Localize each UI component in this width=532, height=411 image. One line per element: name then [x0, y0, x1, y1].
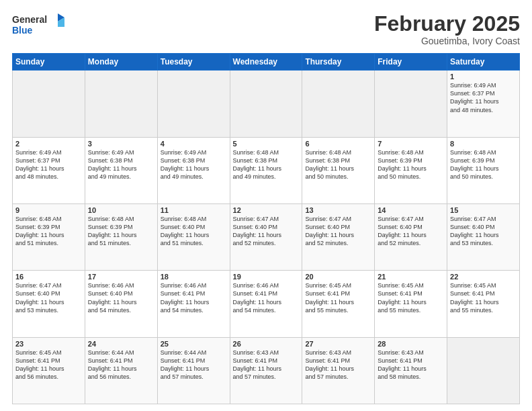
day-number: 17: [88, 273, 154, 281]
header-sunday: Sunday: [13, 54, 85, 71]
header-monday: Monday: [85, 54, 157, 71]
table-cell: 22Sunrise: 6:45 AM Sunset: 6:41 PM Dayli…: [447, 271, 520, 337]
day-info: Sunrise: 6:47 AM Sunset: 6:40 PM Dayligh…: [305, 215, 371, 248]
table-cell: 14Sunrise: 6:47 AM Sunset: 6:40 PM Dayli…: [375, 203, 447, 270]
day-number: 15: [450, 206, 517, 214]
day-number: 28: [378, 340, 444, 348]
day-number: 13: [305, 206, 371, 214]
day-number: 20: [305, 273, 371, 281]
table-cell: 23Sunrise: 6:45 AM Sunset: 6:41 PM Dayli…: [13, 337, 85, 404]
table-cell: [230, 71, 302, 137]
logo: General Blue: [12, 12, 79, 39]
header-friday: Friday: [375, 54, 447, 71]
day-info: Sunrise: 6:47 AM Sunset: 6:40 PM Dayligh…: [450, 215, 517, 248]
day-info: Sunrise: 6:48 AM Sunset: 6:39 PM Dayligh…: [15, 215, 82, 248]
day-info: Sunrise: 6:45 AM Sunset: 6:41 PM Dayligh…: [305, 281, 371, 314]
table-cell: [13, 71, 85, 137]
day-info: Sunrise: 6:47 AM Sunset: 6:40 PM Dayligh…: [378, 215, 444, 248]
day-number: 11: [161, 206, 227, 214]
day-number: 25: [161, 340, 227, 348]
day-number: 5: [233, 140, 300, 148]
calendar-table: Sunday Monday Tuesday Wednesday Thursday…: [12, 53, 520, 404]
week-row-0: 1Sunrise: 6:49 AM Sunset: 6:37 PM Daylig…: [13, 71, 520, 137]
table-cell: 25Sunrise: 6:44 AM Sunset: 6:41 PM Dayli…: [157, 337, 230, 404]
table-cell: [302, 71, 375, 137]
table-cell: 24Sunrise: 6:44 AM Sunset: 6:41 PM Dayli…: [85, 337, 157, 404]
day-number: 22: [450, 273, 517, 281]
table-cell: 1Sunrise: 6:49 AM Sunset: 6:37 PM Daylig…: [447, 71, 520, 137]
day-info: Sunrise: 6:48 AM Sunset: 6:39 PM Dayligh…: [88, 215, 154, 248]
table-cell: 8Sunrise: 6:48 AM Sunset: 6:39 PM Daylig…: [447, 137, 520, 203]
table-cell: 17Sunrise: 6:46 AM Sunset: 6:40 PM Dayli…: [85, 271, 157, 337]
day-number: 26: [233, 340, 300, 348]
day-info: Sunrise: 6:43 AM Sunset: 6:41 PM Dayligh…: [305, 349, 371, 381]
day-info: Sunrise: 6:46 AM Sunset: 6:41 PM Dayligh…: [233, 281, 300, 314]
table-cell: [375, 71, 447, 137]
header-wednesday: Wednesday: [230, 54, 302, 71]
svg-text:General: General: [12, 14, 47, 25]
table-cell: 4Sunrise: 6:49 AM Sunset: 6:38 PM Daylig…: [157, 137, 230, 203]
table-cell: 21Sunrise: 6:45 AM Sunset: 6:41 PM Dayli…: [375, 271, 447, 337]
table-cell: 15Sunrise: 6:47 AM Sunset: 6:40 PM Dayli…: [447, 203, 520, 270]
table-cell: 13Sunrise: 6:47 AM Sunset: 6:40 PM Dayli…: [302, 203, 375, 270]
day-info: Sunrise: 6:49 AM Sunset: 6:37 PM Dayligh…: [450, 81, 517, 114]
header-tuesday: Tuesday: [157, 54, 230, 71]
day-info: Sunrise: 6:43 AM Sunset: 6:41 PM Dayligh…: [233, 349, 300, 381]
table-cell: 6Sunrise: 6:48 AM Sunset: 6:38 PM Daylig…: [302, 137, 375, 203]
day-number: 16: [15, 273, 82, 281]
day-number: 19: [233, 273, 300, 281]
table-cell: [85, 71, 157, 137]
header: General Blue February 2025 Gouetimba, Iv…: [12, 12, 520, 46]
week-row-1: 2Sunrise: 6:49 AM Sunset: 6:37 PM Daylig…: [13, 137, 520, 203]
table-cell: 19Sunrise: 6:46 AM Sunset: 6:41 PM Dayli…: [230, 271, 302, 337]
day-info: Sunrise: 6:48 AM Sunset: 6:40 PM Dayligh…: [161, 215, 227, 248]
day-number: 7: [378, 140, 444, 148]
table-cell: 16Sunrise: 6:47 AM Sunset: 6:40 PM Dayli…: [13, 271, 85, 337]
day-info: Sunrise: 6:43 AM Sunset: 6:41 PM Dayligh…: [378, 349, 444, 381]
table-cell: 3Sunrise: 6:49 AM Sunset: 6:38 PM Daylig…: [85, 137, 157, 203]
day-number: 1: [450, 73, 517, 81]
subtitle: Gouetimba, Ivory Coast: [374, 36, 520, 46]
day-info: Sunrise: 6:49 AM Sunset: 6:38 PM Dayligh…: [88, 148, 154, 181]
day-info: Sunrise: 6:44 AM Sunset: 6:41 PM Dayligh…: [88, 349, 154, 381]
calendar-header-row: Sunday Monday Tuesday Wednesday Thursday…: [13, 54, 520, 71]
main-title: February 2025: [374, 12, 520, 36]
day-info: Sunrise: 6:48 AM Sunset: 6:38 PM Dayligh…: [233, 148, 300, 181]
day-number: 3: [88, 140, 154, 148]
day-info: Sunrise: 6:47 AM Sunset: 6:40 PM Dayligh…: [233, 215, 300, 248]
day-info: Sunrise: 6:45 AM Sunset: 6:41 PM Dayligh…: [15, 349, 82, 381]
table-cell: 10Sunrise: 6:48 AM Sunset: 6:39 PM Dayli…: [85, 203, 157, 270]
day-number: 4: [161, 140, 227, 148]
day-info: Sunrise: 6:49 AM Sunset: 6:38 PM Dayligh…: [161, 148, 227, 181]
day-info: Sunrise: 6:48 AM Sunset: 6:39 PM Dayligh…: [450, 148, 517, 181]
day-number: 8: [450, 140, 517, 148]
day-info: Sunrise: 6:47 AM Sunset: 6:40 PM Dayligh…: [15, 281, 82, 314]
day-number: 9: [15, 206, 82, 214]
table-cell: 9Sunrise: 6:48 AM Sunset: 6:39 PM Daylig…: [13, 203, 85, 270]
table-cell: 12Sunrise: 6:47 AM Sunset: 6:40 PM Dayli…: [230, 203, 302, 270]
day-number: 21: [378, 273, 444, 281]
day-number: 6: [305, 140, 371, 148]
day-info: Sunrise: 6:46 AM Sunset: 6:40 PM Dayligh…: [88, 281, 154, 314]
day-number: 24: [88, 340, 154, 348]
table-cell: 11Sunrise: 6:48 AM Sunset: 6:40 PM Dayli…: [157, 203, 230, 270]
table-cell: 26Sunrise: 6:43 AM Sunset: 6:41 PM Dayli…: [230, 337, 302, 404]
week-row-3: 16Sunrise: 6:47 AM Sunset: 6:40 PM Dayli…: [13, 271, 520, 337]
day-number: 18: [161, 273, 227, 281]
table-cell: 27Sunrise: 6:43 AM Sunset: 6:41 PM Dayli…: [302, 337, 375, 404]
week-row-2: 9Sunrise: 6:48 AM Sunset: 6:39 PM Daylig…: [13, 203, 520, 270]
day-info: Sunrise: 6:44 AM Sunset: 6:41 PM Dayligh…: [161, 349, 227, 381]
day-number: 27: [305, 340, 371, 348]
table-cell: 28Sunrise: 6:43 AM Sunset: 6:41 PM Dayli…: [375, 337, 447, 404]
day-info: Sunrise: 6:48 AM Sunset: 6:38 PM Dayligh…: [305, 148, 371, 181]
logo-svg: General Blue: [12, 12, 79, 39]
day-number: 10: [88, 206, 154, 214]
table-cell: [447, 337, 520, 404]
table-cell: 2Sunrise: 6:49 AM Sunset: 6:37 PM Daylig…: [13, 137, 85, 203]
table-cell: 5Sunrise: 6:48 AM Sunset: 6:38 PM Daylig…: [230, 137, 302, 203]
day-number: 23: [15, 340, 82, 348]
week-row-4: 23Sunrise: 6:45 AM Sunset: 6:41 PM Dayli…: [13, 337, 520, 404]
day-info: Sunrise: 6:45 AM Sunset: 6:41 PM Dayligh…: [378, 281, 444, 314]
day-info: Sunrise: 6:49 AM Sunset: 6:37 PM Dayligh…: [15, 148, 82, 181]
day-number: 12: [233, 206, 300, 214]
